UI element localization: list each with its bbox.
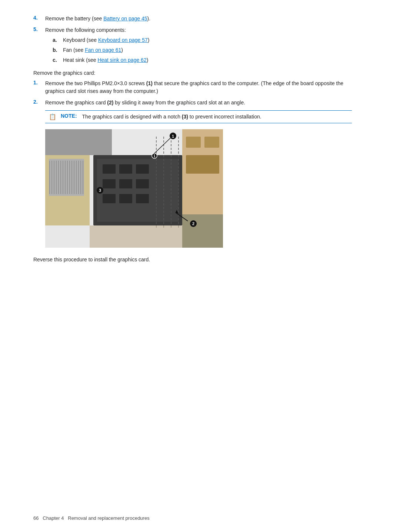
graphics-card-diagram: 1 1 2 3 [45, 129, 223, 248]
fan-link[interactable]: Fan on page 61 [85, 47, 121, 53]
remove-step-1-content: Remove the two Phillips PM2.0×3.0 screws… [45, 80, 352, 95]
footer-page-number: 66 [33, 515, 39, 521]
svg-rect-25 [103, 179, 116, 188]
sub-a-label: a. [53, 36, 63, 44]
closing-paragraph: Reverse this procedure to install the gr… [33, 257, 352, 262]
step-4-text-pre: Remove the battery (see [45, 16, 103, 21]
svg-rect-39 [182, 214, 223, 248]
step-5-content: Remove the following components: a. Keyb… [45, 26, 352, 66]
step-4-number: 4. [33, 15, 45, 21]
sub-b-label: b. [53, 46, 63, 54]
svg-rect-2 [45, 129, 112, 155]
remove-step-2-text: Remove the graphics card [45, 100, 107, 106]
sub-c-text-pre: Heat sink (see [63, 57, 97, 63]
svg-rect-30 [136, 194, 149, 203]
step-5-number: 5. [33, 26, 45, 32]
svg-text:1: 1 [153, 154, 156, 158]
heat-sink-link[interactable]: Heat sink on page 62 [97, 57, 146, 63]
svg-rect-29 [119, 194, 132, 203]
remove-step-2-item: 2. Remove the graphics card (2) by slidi… [33, 99, 352, 107]
sub-list: a. Keyboard (see Keyboard on page 57) b.… [53, 36, 352, 64]
note-box: 📋 NOTE: The graphics card is designed wi… [45, 110, 352, 123]
svg-rect-40 [90, 225, 182, 248]
section-heading: Remove the graphics card: [33, 70, 352, 76]
page-footer: 66 Chapter 4 Removal and replacement pro… [33, 515, 367, 521]
diagram-container: 1 1 2 3 [45, 129, 223, 248]
remove-step-2-bold: (2) [107, 100, 113, 106]
step-4-text-post: ). [147, 16, 151, 21]
sub-c-label: c. [53, 56, 63, 64]
svg-rect-38 [186, 155, 219, 174]
sub-a-text-post: ) [148, 37, 150, 43]
footer-section: Removal and replacement procedures [68, 515, 149, 521]
sub-c-content: Heat sink (see Heat sink on page 62) [63, 56, 352, 64]
remove-step-1-text: Remove the two Phillips PM2.0×3.0 screws [45, 80, 146, 86]
step-4-content: Remove the battery (see Battery on page … [45, 15, 352, 23]
sub-item-b: b. Fan (see Fan on page 61) [53, 46, 352, 54]
step-4-item: 4. Remove the battery (see Battery on pa… [33, 15, 352, 23]
sub-c-text-post: ) [147, 57, 149, 63]
sub-item-a: a. Keyboard (see Keyboard on page 57) [53, 36, 352, 44]
note-text-pre: The graphics card is designed with a not… [82, 114, 182, 120]
footer-spacer [39, 515, 43, 521]
footer-chapter: Chapter 4 [43, 515, 64, 521]
step-5-item: 5. Remove the following components: a. K… [33, 26, 352, 66]
svg-rect-24 [136, 164, 149, 174]
svg-rect-22 [103, 164, 116, 174]
svg-rect-27 [136, 179, 149, 188]
note-label: NOTE: [61, 113, 77, 119]
note-text-post: to prevent incorrect installation. [188, 114, 261, 120]
svg-text:3: 3 [99, 188, 101, 193]
sub-a-content: Keyboard (see Keyboard on page 57) [63, 36, 352, 44]
remove-step-2-number: 2. [33, 99, 45, 105]
remove-step-1-bold1: (1) [146, 80, 153, 86]
remove-step-1-item: 1. Remove the two Phillips PM2.0×3.0 scr… [33, 80, 352, 95]
content-area: 4. Remove the battery (see Battery on pa… [33, 15, 352, 262]
note-icon: 📋 [49, 113, 56, 120]
footer-section-spacer [64, 515, 68, 521]
step-5-text: Remove the following components: [45, 27, 126, 33]
sub-b-text-pre: Fan (see [63, 47, 85, 53]
svg-rect-26 [119, 179, 132, 188]
sub-b-content: Fan (see Fan on page 61) [63, 46, 352, 54]
sub-b-text-post: ) [121, 47, 123, 53]
svg-rect-28 [103, 194, 116, 203]
sub-item-c: c. Heat sink (see Heat sink on page 62) [53, 56, 352, 64]
svg-rect-36 [186, 137, 201, 148]
svg-rect-23 [119, 164, 132, 174]
remove-step-2-content: Remove the graphics card (2) by sliding … [45, 99, 352, 107]
note-bold: (3) [182, 114, 188, 120]
svg-text:1: 1 [172, 134, 174, 138]
svg-text:2: 2 [192, 221, 194, 226]
svg-rect-37 [204, 137, 219, 148]
remove-step-1-number: 1. [33, 80, 45, 86]
note-text-content: The graphics card is designed with a not… [82, 113, 261, 121]
sub-a-text-pre: Keyboard (see [63, 37, 98, 43]
battery-link[interactable]: Battery on page 45 [103, 16, 147, 21]
keyboard-link[interactable]: Keyboard on page 57 [98, 37, 148, 43]
remove-step-2-text2: by sliding it away from the graphics car… [113, 100, 245, 106]
page-container: 4. Remove the battery (see Battery on pa… [0, 0, 400, 532]
